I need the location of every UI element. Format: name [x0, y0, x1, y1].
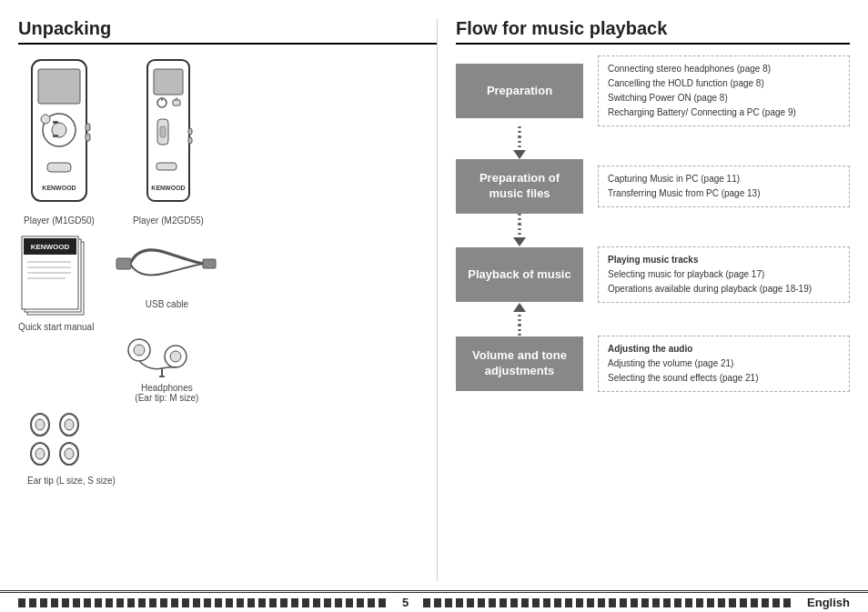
dot	[518, 228, 521, 230]
volume-detail-1: Adjusting the volume (page 21)	[608, 356, 840, 371]
step-playback-details: Playing music tracks Selecting music for…	[598, 246, 850, 303]
playback-detail-2: Operations available during playback (pa…	[608, 282, 840, 296]
unpacking-title: Unpacking	[18, 18, 437, 45]
svg-point-4	[41, 115, 50, 124]
flow-title: Flow for music playback	[456, 18, 850, 45]
headphones-svg	[112, 318, 221, 377]
accessories-row: KENWOOD Quick start manual	[18, 235, 437, 403]
dot	[518, 315, 521, 316]
svg-point-45	[65, 448, 74, 459]
devices-row: KENWOOD Player (M1GD50)	[18, 55, 437, 226]
prep-files-detail-2: Transferring Music from PC (page 13)	[608, 186, 840, 201]
unpacking-section: Unpacking	[18, 18, 437, 581]
dot	[518, 131, 521, 133]
player-m2gd55-label: Player (M2GD55)	[133, 216, 204, 226]
playback-detail-bold: Playing music tracks	[608, 253, 840, 267]
headphones-item: Headphones(Ear tip: M size)	[112, 318, 221, 403]
page-number: 5	[388, 596, 423, 609]
step-preparation-details: Connecting stereo headphones (page 8) Ca…	[598, 55, 850, 126]
ear-tip-4	[56, 441, 82, 467]
player-m1gd50-label: Player (M1GD50)	[24, 216, 95, 226]
svg-text:KENWOOD: KENWOOD	[151, 185, 185, 191]
step-preparation-box: Preparation	[456, 64, 583, 118]
dotted-line-3	[513, 303, 526, 336]
svg-rect-31	[116, 258, 131, 269]
dot	[518, 223, 521, 225]
prep-detail-2: Cancelling the HOLD function (page 8)	[608, 76, 840, 91]
svg-point-39	[35, 419, 45, 430]
volume-detail-bold: Adjusting the audio	[608, 342, 840, 356]
dot	[518, 145, 521, 147]
step-volume-row: Volume and toneadjustments Adjusting the…	[456, 336, 850, 392]
step-prep-files-row: Preparation ofmusic files Capturing Musi…	[456, 159, 850, 214]
arrow-3	[456, 303, 583, 336]
player-m1gd50-image: KENWOOD	[18, 55, 100, 210]
svg-rect-1	[38, 69, 80, 104]
svg-point-43	[35, 448, 45, 459]
svg-rect-15	[173, 100, 180, 105]
svg-text:KENWOOD: KENWOOD	[42, 185, 76, 191]
arrow-down-1	[513, 150, 526, 159]
footer-lines-left	[18, 598, 388, 607]
svg-point-36	[170, 351, 181, 362]
prep-detail-1: Connecting stereo headphones (page 8)	[608, 62, 840, 76]
quick-start-manual-item: KENWOOD Quick start manual	[18, 235, 94, 332]
dot	[518, 233, 521, 235]
ear-tip-1	[27, 412, 53, 437]
footer-inner: 5 English	[0, 596, 868, 609]
footer-lines-right	[423, 598, 792, 607]
ear-tips-section: Ear tip (L size, S size)	[27, 412, 437, 486]
dot	[518, 135, 521, 137]
player-m1gd50-container: KENWOOD Player (M1GD50)	[18, 55, 100, 226]
playback-detail-1: Selecting music for playback (page 17)	[608, 267, 840, 282]
volume-detail-2: Selecting the sound effects (page 21)	[608, 371, 840, 386]
svg-rect-20	[156, 163, 177, 170]
svg-rect-8	[86, 134, 90, 141]
step-volume-details: Adjusting the audio Adjusting the volume…	[598, 336, 850, 392]
svg-point-34	[134, 345, 145, 356]
prep-files-detail-1: Capturing Music in PC (page 11)	[608, 172, 840, 186]
usb-cable-svg	[112, 235, 221, 294]
svg-rect-12	[154, 69, 183, 95]
manual-stack-image: KENWOOD	[20, 235, 93, 316]
flow-section: Flow for music playback Preparation Conn…	[437, 18, 850, 581]
step-playback-row: Playback of music Playing music tracks S…	[456, 246, 850, 303]
svg-rect-5	[53, 121, 58, 124]
dot	[518, 329, 521, 331]
dot	[518, 126, 521, 128]
player-m2gd55-container: KENWOOD Player (M2GD55)	[127, 55, 209, 226]
svg-text:KENWOOD: KENWOOD	[30, 243, 69, 251]
arrow-1	[456, 126, 583, 159]
usb-cable-label: USB cable	[146, 299, 188, 309]
svg-rect-19	[188, 137, 192, 144]
svg-rect-9	[47, 163, 71, 172]
dot	[518, 218, 521, 220]
page-language: English	[792, 596, 850, 609]
ear-tips-image	[27, 412, 82, 467]
step-preparation-row: Preparation Connecting stereo headphones…	[456, 55, 850, 126]
step-prep-files-details: Capturing Music in PC (page 11) Transfer…	[598, 166, 850, 207]
page-footer: 5 English	[0, 590, 868, 612]
ear-tip-3	[27, 441, 53, 467]
arrow-up-3	[513, 303, 526, 312]
dot	[518, 141, 521, 143]
prep-detail-3: Switching Power ON (page 8)	[608, 91, 840, 105]
headphones-label: Headphones(Ear tip: M size)	[135, 383, 198, 403]
svg-rect-17	[160, 126, 166, 137]
step-prep-files-box: Preparation ofmusic files	[456, 159, 583, 214]
dotted-line-1	[513, 126, 526, 159]
svg-rect-6	[53, 135, 58, 137]
svg-rect-37	[159, 376, 165, 377]
flow-steps-container: Preparation Connecting stereo headphones…	[456, 55, 850, 392]
svg-rect-7	[86, 124, 90, 131]
dot	[518, 214, 521, 216]
step-playback-box: Playback of music	[456, 247, 583, 302]
ear-tips-label: Ear tip (L size, S size)	[27, 476, 116, 486]
manual-svg: KENWOOD	[20, 235, 102, 326]
step-volume-box: Volume and toneadjustments	[456, 336, 583, 391]
prep-detail-4: Recharging Battery/ Connecting a PC (pag…	[608, 105, 840, 120]
dot	[518, 324, 521, 326]
usb-cable-item: USB cable	[112, 235, 221, 309]
svg-rect-32	[203, 259, 216, 268]
svg-rect-18	[188, 128, 192, 135]
